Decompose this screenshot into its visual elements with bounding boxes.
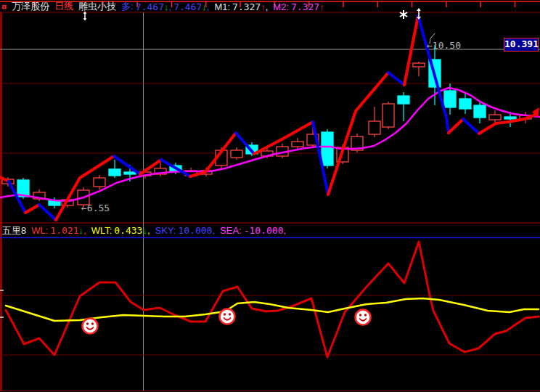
- separator: ,: [266, 1, 269, 12]
- sea-label: SEA:: [220, 225, 242, 236]
- stock-name[interactable]: 万泽股份: [12, 0, 49, 13]
- period-label[interactable]: 日线: [54, 0, 73, 13]
- m1-label: M1:: [214, 1, 230, 12]
- sub-indicator-header: 五里8 WL: 1.021 ↓ , WLT: 0.433 ↓ , SKY: 10…: [2, 224, 286, 237]
- app-icon[interactable]: ¤: [1, 1, 7, 12]
- sky-label: SKY:: [155, 225, 176, 236]
- separator: ,: [212, 225, 215, 236]
- m2-value: 7.327: [291, 1, 319, 12]
- high-price-annotation: ←10.50: [427, 40, 461, 51]
- chart-canvas[interactable]: [0, 0, 540, 392]
- m1-value: 7.327: [232, 1, 261, 12]
- low-price-annotation: ←6.55: [81, 203, 110, 213]
- sub-indicator-name[interactable]: 五里8: [2, 224, 26, 237]
- sea-value: -10.000: [244, 225, 284, 236]
- duo-value-1: 7.467: [136, 1, 164, 12]
- separator: ,: [207, 1, 210, 12]
- separator: ,: [147, 225, 150, 236]
- duo-label: 多:: [121, 0, 134, 13]
- indicator-name: 雕虫小技: [78, 0, 116, 13]
- wl-label: WL:: [31, 225, 48, 236]
- wlt-value: 0.433: [114, 225, 142, 236]
- sky-value: 10.000: [178, 225, 212, 236]
- separator: ,: [83, 225, 86, 236]
- current-price-tag: 10.391: [504, 38, 539, 52]
- separator: ,: [169, 1, 172, 12]
- wl-value: 1.021: [50, 225, 78, 236]
- wlt-label: WLT:: [91, 225, 112, 236]
- up-arrow-icon: ↑: [319, 1, 324, 12]
- duo-value-2: 7.467: [173, 1, 202, 12]
- m2-label: M2:: [273, 1, 289, 12]
- title-bar: ¤ 万泽股份 日线 雕虫小技 多: 7.467 ↓ , 7.467 ↓ , M1…: [1, 1, 324, 12]
- separator: ,: [283, 225, 286, 236]
